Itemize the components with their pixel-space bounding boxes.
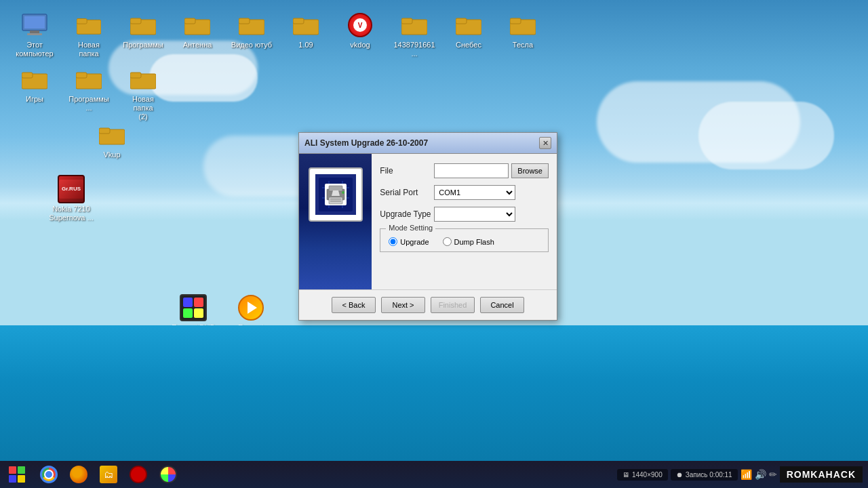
folder-icon — [130, 14, 156, 36]
folder-icon — [239, 14, 264, 36]
record-status-icon: ⏺ — [676, 471, 683, 479]
svg-rect-44 — [330, 199, 341, 200]
resolution-icon: 🖥 — [623, 471, 629, 479]
svg-rect-2 — [30, 30, 39, 33]
mode-upgrade-option[interactable]: Upgrade — [389, 237, 429, 246]
desktop-icon-folder7[interactable]: Снебес — [445, 9, 492, 61]
svg-rect-11 — [239, 18, 250, 24]
folder8-label: Тесла — [513, 41, 533, 49]
ali-system-upgrade-dialog[interactable]: ALI System Upgrade 26-10-2007 ✕ — [298, 132, 557, 321]
eurosat-dvb-label: Eurosat DVB8004.EXE — [172, 323, 215, 341]
taskbar-app-icons: 🗂 — [34, 461, 617, 488]
vkdog-icon: V — [348, 13, 372, 37]
win-quad-yellow — [18, 475, 25, 483]
windows-logo — [9, 466, 25, 483]
folder-icon — [456, 14, 481, 36]
recycle-bin[interactable]: Корзина — [812, 417, 841, 455]
mode-upgrade-radio[interactable] — [389, 237, 397, 246]
taskbar-record[interactable] — [125, 461, 152, 488]
folder-icon — [22, 68, 47, 90]
desktop-icon-folder2[interactable]: Программы — [119, 9, 167, 61]
desktop-icon-folder1[interactable]: Новая папка — [65, 9, 113, 61]
serial-port-row: Serial Port COM1 COM2 COM3 COM4 — [380, 185, 549, 200]
dialog-close-button[interactable]: ✕ — [539, 137, 551, 149]
svg-rect-9 — [184, 18, 195, 24]
desktop: Этоткомпьютер Новая папка Программы — [0, 0, 868, 488]
folder-icon — [184, 14, 210, 36]
desktop-icon-eurosat-dvb[interactable]: Eurosat DVB8004.EXE — [166, 291, 220, 344]
desktop-icon-folder8[interactable]: Тесла — [499, 9, 547, 61]
file-row: File Browse — [380, 163, 549, 178]
win-quad-blue — [9, 475, 16, 483]
desktop-icon-computer[interactable]: Этоткомпьютер — [11, 9, 58, 61]
taskbar-app5[interactable] — [155, 461, 182, 488]
desktop-icon-vkdog[interactable]: V vkdog — [336, 9, 384, 61]
svg-rect-23 — [76, 73, 87, 78]
taskbar-tray-icons: 📶 🔊 ✏ — [741, 469, 777, 480]
firefox-icon — [70, 466, 87, 483]
chrome-icon — [40, 466, 58, 483]
serial-port-select[interactable]: COM1 COM2 COM3 COM4 — [434, 185, 515, 200]
desktop-icon-folder5[interactable]: 1.09 — [282, 9, 330, 61]
taskbar-chrome[interactable] — [35, 461, 62, 488]
folder-icon — [99, 124, 125, 146]
start-button[interactable] — [0, 461, 34, 488]
folder-icon — [510, 14, 536, 36]
desktop-icon-nokia[interactable]: Gr.RUS Nokia 7210Supernova ... — [44, 173, 98, 225]
desktop-icons-bottom: Eurosat DVB8004.EXE Eurosat8004 S3.08... — [166, 291, 278, 344]
upgrade-type-row: Upgrade Type — [380, 207, 549, 222]
desktop-icon-folder11[interactable]: Новая папка(2) — [119, 63, 167, 125]
taskbar: 🗂 🖥 1440×900 ⏺ Запись 0:00:11 � — [0, 461, 868, 488]
dialog-footer: < Back Next > Finished Cancel — [299, 289, 557, 320]
desktop-icon-folder9[interactable]: Игры — [11, 63, 58, 125]
finished-button[interactable]: Finished — [431, 297, 475, 313]
folder5-label: 1.09 — [298, 41, 313, 49]
desktop-icon-folder3[interactable]: Антенна — [174, 9, 221, 61]
recycle-bin-label: Корзина — [812, 447, 841, 455]
record-icon — [130, 466, 147, 483]
dialog-body: File Browse Serial Port COM1 COM2 COM3 C… — [299, 154, 557, 289]
svg-rect-19 — [510, 18, 521, 24]
dialog-form: File Browse Serial Port COM1 COM2 COM3 C… — [372, 154, 557, 289]
upgrade-type-select[interactable] — [434, 207, 515, 222]
taskbar-firefox[interactable] — [65, 461, 92, 488]
romkahack-badge: ROMKAHACK — [780, 466, 863, 483]
file-label: File — [380, 166, 434, 176]
win-quad-red — [9, 466, 16, 474]
desktop-icon-folder6[interactable]: 1438791661... — [391, 9, 438, 61]
folder2-label: Программы — [123, 41, 163, 49]
svg-rect-1 — [24, 16, 45, 28]
desktop-icon-eurosat-vcs[interactable]: Eurosat8004 S3.08... — [224, 291, 278, 344]
folder-icon — [401, 14, 427, 36]
folder10-label: Программы... — [68, 95, 110, 113]
taskbar-right: 🖥 1440×900 ⏺ Запись 0:00:11 📶 🔊 ✏ ROMKAH… — [617, 466, 868, 483]
file-input[interactable] — [434, 163, 509, 178]
explorer-icon: 🗂 — [100, 466, 117, 483]
back-button[interactable]: < Back — [332, 297, 376, 313]
desktop-icon-folder10[interactable]: Программы... — [65, 63, 113, 125]
svg-rect-21 — [22, 73, 33, 78]
svg-line-33 — [831, 427, 831, 441]
taskbar-explorer[interactable]: 🗂 — [95, 461, 122, 488]
browse-button[interactable]: Browse — [511, 163, 549, 178]
dialog-titlebar: ALI System Upgrade 26-10-2007 ✕ — [299, 133, 557, 154]
nokia-icon: Gr.RUS — [58, 175, 85, 203]
folder-icon — [76, 68, 102, 90]
folder-icon — [130, 68, 156, 90]
desktop-icons-row3: Vkup — [88, 119, 136, 162]
desktop-icon-vkup[interactable]: Vkup — [88, 119, 136, 162]
dialog-logo — [309, 167, 363, 222]
mode-dump-radio[interactable] — [443, 237, 452, 246]
win-quad-green — [18, 466, 25, 474]
cancel-button[interactable]: Cancel — [480, 297, 524, 313]
next-button[interactable]: Next > — [381, 297, 425, 313]
serial-port-label: Serial Port — [380, 188, 434, 197]
desktop-icon-folder4[interactable]: Видео ютуб — [228, 9, 275, 61]
folder4-label: Видео ютуб — [231, 41, 272, 49]
mode-dump-option[interactable]: Dump Flash — [443, 237, 494, 246]
computer-label: Этоткомпьютер — [16, 41, 53, 58]
speaker-icon: 🔊 — [755, 469, 766, 480]
mode-setting-legend: Mode Setting — [386, 224, 435, 232]
svg-rect-28 — [818, 424, 835, 443]
eurosat-dvb-icon — [180, 294, 207, 321]
